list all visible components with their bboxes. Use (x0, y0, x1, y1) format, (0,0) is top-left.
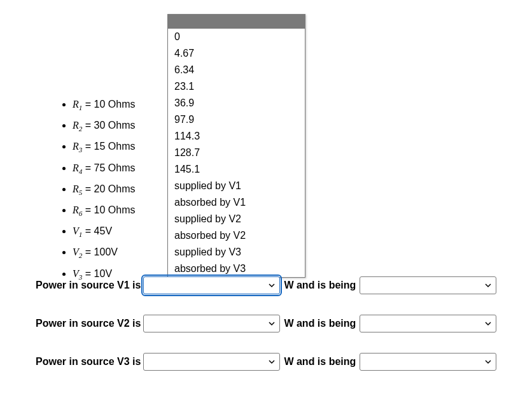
row-v3-mid: W and is being (284, 356, 356, 368)
row-v1: Power in source V1 is W and is being (36, 275, 496, 296)
given-item: R1 = 10 Ohms (73, 96, 136, 117)
given-value: = 10 Ohms (82, 99, 135, 110)
given-value: = 100V (82, 246, 118, 257)
given-symbol: R (73, 141, 79, 152)
given-item: V1 = 45V (73, 222, 136, 243)
given-item: R3 = 15 Ohms (73, 138, 136, 159)
dropdown-option[interactable]: 0 (168, 29, 305, 45)
given-symbol: R (73, 204, 79, 215)
question-rows: Power in source V1 is W and is being Pow… (36, 275, 496, 390)
given-symbol: R (73, 120, 79, 131)
select-v3-power[interactable] (143, 353, 280, 371)
given-symbol: R (73, 162, 79, 173)
dropdown-option[interactable]: supplied by V1 (168, 178, 305, 194)
given-values: R1 = 10 OhmsR2 = 30 OhmsR3 = 15 OhmsR4 =… (59, 96, 136, 286)
given-item: R6 = 10 Ohms (73, 201, 136, 222)
dropdown-option[interactable]: supplied by V2 (168, 211, 305, 227)
dropdown-listbox[interactable]: 04.676.3423.136.997.9114.3128.7145.1supp… (167, 14, 305, 278)
given-value: = 30 Ohms (82, 120, 135, 131)
dropdown-option[interactable]: 6.34 (168, 62, 305, 78)
row-v2: Power in source V2 is W and is being (36, 313, 496, 334)
row-v3: Power in source V3 is W and is being (36, 352, 496, 372)
chevron-down-icon (484, 282, 492, 289)
dropdown-option[interactable]: 145.1 (168, 161, 305, 178)
given-symbol: R (73, 183, 79, 194)
dropdown-option[interactable]: absorbed by V1 (168, 194, 305, 211)
row-v2-label: Power in source V2 is (36, 318, 141, 329)
dropdown-option[interactable]: 4.67 (168, 45, 305, 62)
dropdown-option-blank[interactable] (168, 15, 305, 29)
dropdown-option[interactable]: supplied by V3 (168, 244, 305, 261)
dropdown-option[interactable]: 97.9 (168, 111, 305, 128)
given-value: = 15 Ohms (82, 141, 135, 152)
given-item: R5 = 20 Ohms (73, 180, 136, 201)
given-symbol: V (73, 246, 79, 257)
given-item: V2 = 100V (73, 243, 136, 264)
chevron-down-icon (484, 358, 492, 366)
row-v2-mid: W and is being (284, 318, 356, 329)
given-value: = 45V (82, 225, 112, 236)
dropdown-option[interactable]: 36.9 (168, 95, 305, 111)
given-symbol: V (73, 225, 79, 236)
chevron-down-icon (268, 282, 276, 289)
given-symbol: R (73, 99, 79, 110)
select-v1-power[interactable] (143, 276, 280, 294)
chevron-down-icon (484, 320, 492, 327)
select-v1-status[interactable] (360, 276, 496, 294)
dropdown-option[interactable]: 114.3 (168, 128, 305, 145)
row-v1-mid: W and is being (284, 280, 356, 291)
dropdown-option[interactable]: absorbed by V2 (168, 227, 305, 244)
given-value: = 20 Ohms (82, 183, 135, 194)
dropdown-option[interactable]: 23.1 (168, 78, 305, 95)
given-item: R4 = 75 Ohms (73, 159, 136, 180)
dropdown-option[interactable]: 128.7 (168, 145, 305, 161)
select-v2-status[interactable] (360, 315, 496, 332)
chevron-down-icon (268, 358, 276, 366)
given-value: = 75 Ohms (82, 162, 135, 173)
chevron-down-icon (268, 320, 276, 327)
select-v2-power[interactable] (143, 315, 280, 332)
given-item: R2 = 30 Ohms (73, 117, 136, 138)
given-value: = 10 Ohms (82, 204, 135, 215)
row-v3-label: Power in source V3 is (36, 356, 141, 368)
select-v3-status[interactable] (360, 353, 496, 371)
row-v1-label: Power in source V1 is (36, 280, 141, 291)
